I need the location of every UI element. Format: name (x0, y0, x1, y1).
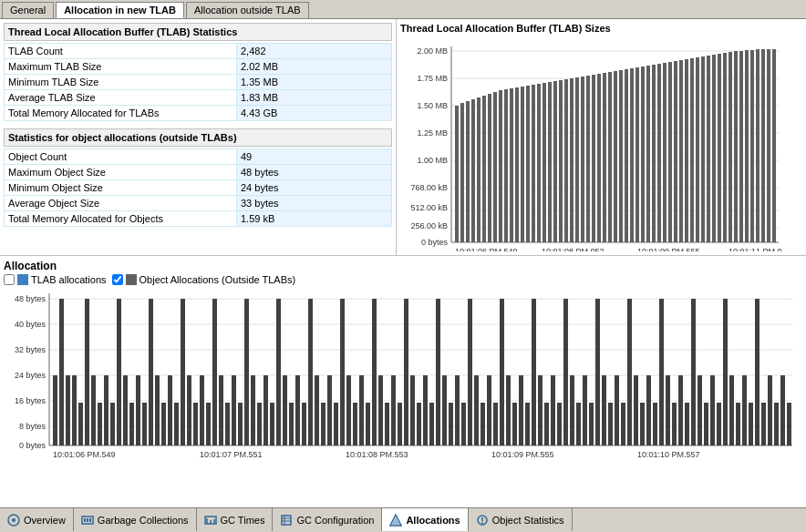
svg-text:2.00 MB: 2.00 MB (417, 46, 448, 56)
svg-rect-47 (608, 72, 612, 242)
obj-min-label: Minimum Object Size (5, 180, 237, 196)
obj-max-label: Maximum Object Size (5, 165, 237, 180)
svg-rect-119 (193, 403, 198, 445)
table-row: Object Count 49 (5, 149, 392, 165)
svg-rect-180 (583, 375, 587, 445)
svg-rect-30 (515, 87, 519, 242)
svg-rect-146 (366, 403, 370, 445)
svg-rect-103 (91, 375, 96, 445)
svg-rect-61 (685, 59, 688, 242)
svg-rect-21 (466, 101, 470, 242)
top-tabs: General Allocation in new TLAB Allocatio… (0, 0, 806, 19)
svg-rect-65 (707, 56, 710, 242)
svg-rect-199 (704, 403, 708, 445)
svg-rect-187 (627, 299, 632, 445)
svg-rect-27 (499, 90, 502, 242)
svg-rect-223 (89, 518, 91, 522)
tlab-total-value: 4.43 GB (237, 106, 392, 121)
svg-rect-222 (87, 518, 88, 522)
svg-rect-113 (155, 375, 160, 445)
tab-allocation-outside-tlab[interactable]: Allocation outside TLAB (186, 2, 309, 18)
tab-allocations-label: Allocations (406, 515, 460, 526)
tab-overview[interactable]: Overview (0, 508, 74, 531)
svg-rect-206 (749, 403, 753, 445)
tab-allocations[interactable]: Allocations (382, 508, 468, 531)
obj-min-value: 24 bytes (237, 180, 392, 196)
tlab-avg-value: 1.83 MB (237, 90, 392, 106)
svg-rect-211 (780, 375, 785, 445)
svg-rect-25 (488, 94, 491, 242)
svg-rect-104 (98, 403, 102, 445)
svg-rect-55 (652, 65, 656, 242)
tab-object-statistics[interactable]: Object Statistics (469, 508, 573, 531)
svg-rect-188 (634, 375, 638, 445)
tab-gc-times[interactable]: GC Times (197, 508, 274, 531)
svg-rect-132 (276, 299, 281, 445)
svg-rect-134 (289, 403, 294, 445)
svg-rect-189 (640, 403, 645, 445)
svg-rect-161 (461, 403, 466, 445)
svg-rect-116 (174, 403, 179, 445)
svg-rect-164 (480, 403, 485, 445)
svg-rect-129 (257, 403, 262, 445)
svg-rect-128 (251, 375, 255, 445)
tab-overview-label: Overview (24, 515, 66, 526)
svg-rect-107 (117, 299, 121, 445)
right-panel: Thread Local Allocation Buffer (TLAB) Si… (397, 19, 806, 255)
table-row: Total Memory Allocated for TLABs 4.43 GB (5, 106, 392, 121)
svg-rect-177 (563, 299, 568, 445)
svg-rect-41 (575, 77, 579, 242)
svg-text:0 bytes: 0 bytes (421, 238, 449, 247)
svg-rect-176 (557, 403, 562, 445)
svg-rect-77 (772, 49, 776, 242)
svg-rect-152 (404, 299, 408, 445)
object-legend-item: Object Allocations (Outside TLABs) (112, 274, 296, 285)
object-alloc-checkbox[interactable] (112, 274, 123, 285)
svg-rect-173 (538, 375, 542, 445)
svg-text:1.50 MB: 1.50 MB (417, 101, 448, 110)
svg-text:0 bytes: 0 bytes (19, 441, 46, 450)
svg-rect-31 (521, 87, 524, 242)
obj-avg-value: 33 bytes (237, 196, 392, 211)
svg-rect-23 (477, 97, 480, 242)
svg-rect-144 (353, 403, 357, 445)
svg-rect-42 (581, 77, 584, 242)
svg-text:1.75 MB: 1.75 MB (417, 74, 448, 83)
svg-text:8 bytes: 8 bytes (19, 422, 46, 431)
allocation-section: Allocation TLAB allocations Object Alloc… (0, 256, 806, 507)
svg-rect-212 (787, 403, 791, 445)
tab-garbage-collections[interactable]: Garbage Collections (74, 508, 197, 531)
svg-rect-98 (59, 299, 64, 445)
svg-rect-108 (123, 375, 128, 445)
svg-rect-162 (468, 299, 472, 445)
svg-rect-76 (767, 49, 770, 242)
svg-text:24 bytes: 24 bytes (15, 371, 46, 380)
tlab-avg-label: Average TLAB Size (5, 90, 237, 106)
svg-rect-141 (334, 403, 338, 445)
tab-gc-label: Garbage Collections (98, 515, 189, 526)
svg-rect-200 (710, 375, 715, 445)
svg-rect-38 (559, 80, 563, 242)
svg-rect-201 (717, 403, 721, 445)
svg-rect-60 (679, 60, 683, 242)
tlab-total-label: Total Memory Allocated for TLABs (5, 106, 237, 121)
svg-text:256.00 kB: 256.00 kB (410, 221, 448, 230)
svg-rect-62 (690, 58, 694, 242)
svg-rect-142 (340, 299, 345, 445)
tab-gcconfig-label: GC Configuration (296, 515, 374, 526)
svg-rect-228 (282, 516, 291, 525)
tab-allocation-new-tlab[interactable]: Allocation in new TLAB (56, 2, 184, 18)
svg-rect-135 (295, 375, 300, 445)
svg-rect-71 (739, 51, 743, 242)
obj-total-label: Total Memory Allocated for Objects (5, 211, 237, 227)
table-row: Average Object Size 33 bytes (5, 196, 392, 211)
tab-gc-config[interactable]: GC Configuration (273, 508, 382, 531)
svg-text:32 bytes: 32 bytes (15, 345, 46, 354)
tlab-chart-title: Thread Local Allocation Buffer (TLAB) Si… (400, 23, 802, 34)
svg-rect-182 (595, 299, 600, 445)
svg-rect-63 (696, 57, 699, 242)
svg-text:16 bytes: 16 bytes (15, 396, 46, 405)
tlab-alloc-checkbox[interactable] (4, 274, 15, 285)
svg-rect-130 (264, 375, 268, 445)
tab-general[interactable]: General (2, 2, 54, 18)
